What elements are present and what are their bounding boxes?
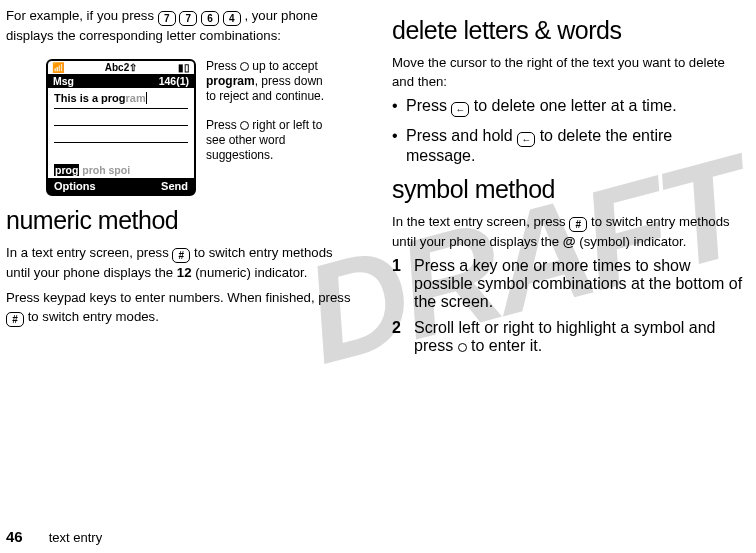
numeric-indicator: 12 [177, 265, 192, 280]
step-1: 1 Press a key one or more times to show … [392, 257, 744, 311]
hash-key: # [172, 248, 190, 263]
suggestion-selected: prog [54, 164, 79, 176]
nav-icon [458, 343, 467, 352]
phone-text-line-4 [54, 143, 188, 160]
bullet-2: • Press and hold ← to delete the entire … [392, 127, 744, 165]
annot1-mid: up to accept [249, 59, 318, 73]
symbol-para: In the text entry screen, press # to swi… [392, 212, 744, 251]
annotation-2: Press right or left to see other word su… [206, 118, 336, 163]
hash-key: # [569, 217, 587, 232]
key-4: 4 [223, 11, 241, 26]
signal-icon: 📶 [52, 62, 64, 73]
phone-title-right: 146(1) [159, 75, 189, 87]
phone-annotations: Press up to accept program, press down t… [206, 59, 336, 196]
phone-softkeys: Options Send [48, 178, 194, 194]
intro-pre: For example, if you press [6, 8, 158, 23]
num-p2-a: Press keypad keys to enter numbers. When… [6, 290, 351, 305]
phone-body: This is a program [48, 88, 194, 162]
b1-a: Press [406, 97, 451, 114]
key-6: 6 [201, 11, 219, 26]
heading-numeric: numeric method [6, 206, 358, 235]
step-2: 2 Scroll left or right to highlight a sy… [392, 319, 744, 355]
phone-mock: 📶 Abc2⇧ ▮▯ Msg 146(1) This is a program [46, 59, 196, 196]
phone-text-line-2 [54, 109, 188, 126]
bullet-icon: • [392, 127, 406, 145]
page-footer: 46 text entry [6, 528, 102, 545]
phone-status-bar: 📶 Abc2⇧ ▮▯ [48, 61, 194, 74]
annot1-pre: Press [206, 59, 240, 73]
step-1-text: Press a key one or more times to show po… [414, 257, 744, 311]
step-2-text: Scroll left or right to highlight a symb… [414, 319, 744, 355]
bullet-1: • Press ← to delete one letter at a time… [392, 97, 744, 117]
annot2-pre: Press [206, 118, 240, 132]
phone-title-left: Msg [53, 75, 74, 87]
b1-b: to delete one letter at a time. [474, 97, 677, 114]
num-p2-b: to switch entry modes. [28, 309, 159, 324]
sym-c: (symbol) indicator. [579, 234, 686, 249]
numeric-para-2: Press keypad keys to enter numbers. When… [6, 288, 358, 327]
b2-a: Press and hold [406, 127, 517, 144]
phone-text-line-3 [54, 126, 188, 143]
bullet-1-text: Press ← to delete one letter at a time. [406, 97, 744, 117]
softkey-left: Options [54, 180, 96, 192]
softkey-right: Send [161, 180, 188, 192]
heading-symbol: symbol method [392, 175, 744, 204]
intro-text: For example, if you press 7 7 6 4 , your… [6, 6, 358, 45]
key-7b: 7 [179, 11, 197, 26]
heading-delete: delete letters & words [392, 16, 744, 45]
phone-title-bar: Msg 146(1) [48, 74, 194, 88]
suggestion-rest: proh spoi [82, 164, 130, 176]
symbol-indicator: @ [563, 234, 576, 249]
step-1-number: 1 [392, 257, 414, 311]
nav-icon [240, 62, 249, 71]
phone-mode-indicator: Abc2⇧ [105, 62, 137, 73]
page-number: 46 [6, 528, 23, 545]
key-7a: 7 [158, 11, 176, 26]
typed-text: This is a prog [54, 92, 126, 104]
section-name: text entry [49, 530, 102, 545]
bullet-icon: • [392, 97, 406, 115]
nav-icon [240, 121, 249, 130]
delete-intro: Move the cursor to the right of the text… [392, 53, 744, 91]
numeric-para-1: In a text entry screen, press # to switc… [6, 243, 358, 282]
step-2-number: 2 [392, 319, 414, 355]
sym-a: In the text entry screen, press [392, 214, 569, 229]
battery-icon: ▮▯ [178, 62, 190, 73]
suggested-suffix: ram [126, 92, 146, 104]
back-key-icon: ← [517, 132, 535, 147]
bullet-2-text: Press and hold ← to delete the entire me… [406, 127, 744, 165]
annot1-bold: program [206, 74, 255, 88]
num-p1-a: In a text entry screen, press [6, 245, 172, 260]
step2-b: to enter it. [471, 337, 542, 354]
phone-suggestions: prog proh spoi [48, 162, 194, 178]
text-cursor [146, 92, 147, 104]
phone-text-line-1: This is a program [54, 92, 188, 109]
back-key-icon: ← [451, 102, 469, 117]
hash-key: # [6, 312, 24, 327]
annotation-1: Press up to accept program, press down t… [206, 59, 336, 104]
num-p1-c: (numeric) indicator. [195, 265, 307, 280]
